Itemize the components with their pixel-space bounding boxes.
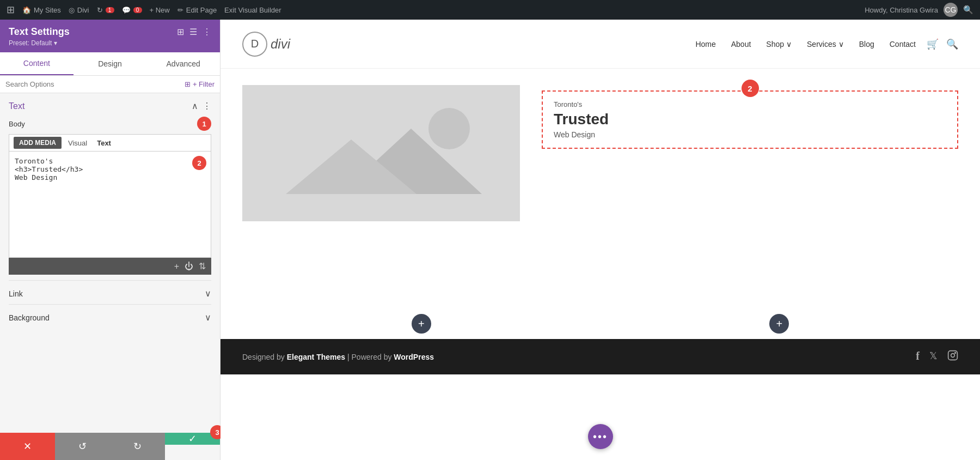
- logo-letter: D: [251, 38, 259, 50]
- nav-services[interactable]: Services ∨: [807, 40, 844, 49]
- hero-right: 2 Toronto's Trusted Web Design: [542, 85, 958, 149]
- admin-bar-right: Howdy, Christina Gwira CG 🔍: [865, 3, 973, 17]
- comments-menu[interactable]: 💬 0: [122, 6, 142, 14]
- logo-circle: D: [242, 32, 267, 57]
- visual-tab[interactable]: Visual: [65, 138, 90, 148]
- tab-content[interactable]: Content: [0, 52, 74, 75]
- search-bar: ⊞ + Filter: [0, 76, 220, 93]
- step-badge-2-editor: 2: [192, 156, 206, 170]
- step-badge-1: 1: [197, 117, 211, 131]
- divi-menu[interactable]: ◎ Divi: [69, 6, 89, 14]
- dots-icon: •••: [593, 431, 608, 443]
- panel-preset[interactable]: Preset: Default ▾: [9, 39, 211, 47]
- close-icon: ✕: [23, 440, 32, 452]
- new-menu[interactable]: + New: [150, 6, 170, 14]
- undo-button[interactable]: ↺: [55, 433, 110, 460]
- site-nav-links: Home About Shop ∨ Services ∨ Blog Contac…: [695, 40, 916, 49]
- layout-icon[interactable]: ☰: [189, 27, 197, 37]
- power-icon[interactable]: ⏻: [185, 262, 193, 271]
- section-controls: ∧ ⋮: [192, 101, 211, 111]
- logo-name: divi: [271, 37, 290, 52]
- footer-text: Designed by Elegant Themes | Powered by …: [242, 353, 434, 361]
- body-label-row: Body 1: [9, 117, 211, 131]
- editor-bottom-bar: + ⏻ ⇅: [9, 258, 211, 275]
- update-icon: ↻: [97, 6, 103, 14]
- save-btn-wrapper: ✓ 3: [165, 433, 220, 460]
- exit-builder-btn[interactable]: Exit Visual Builder: [224, 6, 281, 14]
- panel-content: Text ∧ ⋮ Body 1 ADD MEDIA Visual Text: [0, 93, 220, 433]
- nav-about[interactable]: About: [731, 40, 751, 49]
- redo-button[interactable]: ↻: [110, 433, 165, 460]
- nav-blog[interactable]: Blog: [859, 40, 874, 49]
- link-chevron-icon: ∨: [205, 288, 211, 299]
- svg-point-5: [951, 354, 955, 358]
- text-module-heading: Trusted: [554, 111, 946, 128]
- panel-header-icons: ⊞ ☰ ⋮: [177, 27, 211, 37]
- floating-options-button[interactable]: •••: [588, 424, 613, 449]
- comments-icon: 💬: [122, 6, 131, 14]
- step-badge-2-preview: 2: [742, 80, 759, 97]
- nav-shop[interactable]: Shop ∨: [766, 40, 792, 49]
- footer-social-icons: f 𝕏: [916, 350, 958, 364]
- preview-area: D divi Home About Shop ∨ Services ∨ Blog…: [220, 20, 980, 460]
- editor-wrapper: Toronto's <h3>Trusted</h3> Web Design 2: [9, 151, 211, 258]
- nav-search-icon[interactable]: 🔍: [946, 38, 958, 50]
- sort-icon[interactable]: ⇅: [199, 261, 206, 271]
- text-section-title: Text: [9, 101, 24, 111]
- site-logo: D divi: [242, 32, 290, 57]
- cancel-button[interactable]: ✕: [0, 433, 55, 460]
- wordpress-link[interactable]: WordPress: [394, 353, 434, 361]
- filter-button[interactable]: ⊞ + Filter: [185, 80, 215, 88]
- nav-contact[interactable]: Contact: [890, 40, 916, 49]
- cart-icon[interactable]: 🛒: [927, 38, 939, 50]
- link-section-header[interactable]: Link ∨: [9, 288, 211, 299]
- user-greeting: Howdy, Christina Gwira: [865, 6, 938, 14]
- my-sites-menu[interactable]: 🏠 My Sites: [22, 6, 61, 14]
- background-chevron-icon: ∨: [205, 312, 211, 323]
- bottom-action-bar: ✕ ↺ ↻ ✓ 3: [0, 433, 220, 460]
- add-media-button[interactable]: ADD MEDIA: [14, 137, 62, 149]
- background-section-header[interactable]: Background ∨: [9, 312, 211, 323]
- admin-search-icon[interactable]: 🔍: [963, 5, 973, 15]
- text-section-header: Text ∧ ⋮: [9, 101, 211, 111]
- editor-textarea[interactable]: Toronto's <h3>Trusted</h3> Web Design: [9, 152, 211, 255]
- add-module-button-2[interactable]: +: [769, 314, 789, 334]
- preview-content: 2 Toronto's Trusted Web Design + +: [220, 69, 980, 460]
- tabs-row: Content Design Advanced: [0, 52, 220, 76]
- svg-rect-0: [242, 85, 520, 221]
- filter-icon: ⊞: [185, 80, 191, 88]
- panel-title: Text Settings: [9, 26, 70, 38]
- resize-icon[interactable]: ⊞: [177, 27, 184, 37]
- section-more-icon[interactable]: ⋮: [203, 101, 211, 111]
- link-title: Link: [9, 289, 23, 298]
- instagram-icon[interactable]: [947, 350, 958, 364]
- user-avatar[interactable]: CG: [944, 3, 958, 17]
- update-menu[interactable]: ↻ 1: [97, 6, 114, 14]
- editor-toolbar: ADD MEDIA Visual Text: [9, 134, 211, 151]
- collapse-icon[interactable]: ∧: [192, 101, 198, 111]
- pencil-icon: ✏: [177, 6, 183, 14]
- elegant-themes-link[interactable]: Elegant Themes: [287, 353, 345, 361]
- wp-icon[interactable]: ⊞: [7, 4, 15, 16]
- background-section: Background ∨: [9, 304, 211, 323]
- svg-rect-4: [948, 351, 958, 360]
- edit-page-btn[interactable]: ✏ Edit Page: [177, 6, 217, 14]
- tab-advanced[interactable]: Advanced: [146, 52, 220, 75]
- text-module-sub: Web Design: [554, 130, 946, 139]
- hero-image: [242, 85, 520, 221]
- nav-home[interactable]: Home: [695, 40, 715, 49]
- svg-point-6: [955, 353, 956, 354]
- twitter-icon[interactable]: 𝕏: [929, 350, 938, 364]
- search-options-input[interactable]: [5, 80, 180, 88]
- tab-design[interactable]: Design: [74, 52, 147, 75]
- facebook-icon[interactable]: f: [916, 350, 920, 364]
- main-layout: Text Settings ⊞ ☰ ⋮ Preset: Default ▾ Co…: [0, 20, 980, 460]
- background-title: Background: [9, 313, 50, 322]
- panel-header: Text Settings ⊞ ☰ ⋮ Preset: Default ▾: [0, 20, 220, 52]
- text-tab[interactable]: Text: [94, 138, 114, 148]
- link-section: Link ∨: [9, 280, 211, 299]
- more-options-icon[interactable]: ⋮: [203, 27, 211, 37]
- add-icon[interactable]: +: [174, 262, 179, 271]
- add-module-button-1[interactable]: +: [412, 314, 431, 334]
- text-module-small: Toronto's: [554, 100, 946, 108]
